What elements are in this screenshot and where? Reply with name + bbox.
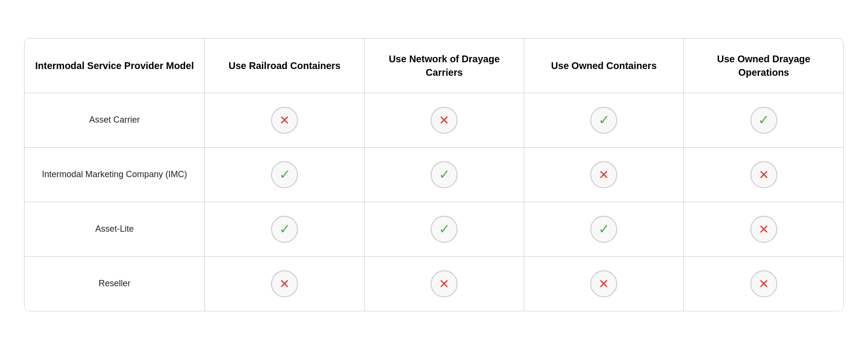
- icon-cell: ✓: [205, 147, 365, 202]
- icon-cell-wrapper: ✕: [693, 216, 834, 243]
- checkmark-symbol: ✓: [439, 168, 450, 181]
- cross-icon: ✕: [590, 270, 617, 297]
- header-railroad-text: Use Railroad Containers: [229, 60, 340, 71]
- icon-cell-wrapper: ✓: [215, 216, 354, 243]
- table-row: Asset Carrier✕✕✓✓: [25, 93, 843, 147]
- cross-symbol: ✕: [279, 114, 290, 126]
- cross-symbol: ✕: [759, 223, 769, 236]
- icon-cell: ✕: [205, 93, 365, 147]
- icon-cell: ✕: [684, 202, 843, 256]
- icon-cell-wrapper: ✕: [693, 161, 834, 188]
- icon-cell-wrapper: ✓: [534, 107, 674, 134]
- cross-icon: ✕: [271, 270, 298, 297]
- check-icon: ✓: [590, 216, 617, 243]
- icon-cell: ✕: [524, 147, 684, 202]
- icon-cell-wrapper: ✕: [693, 270, 834, 297]
- check-icon: ✓: [750, 107, 777, 134]
- header-network-drayage: Use Network of Drayage Carriers: [365, 39, 524, 93]
- checkmark-symbol: ✓: [598, 223, 610, 236]
- checkmark-symbol: ✓: [279, 223, 290, 236]
- icon-cell-wrapper: ✕: [215, 107, 354, 134]
- header-railroad-containers: Use Railroad Containers: [205, 39, 365, 93]
- check-icon: ✓: [431, 161, 458, 188]
- check-icon: ✓: [271, 216, 298, 243]
- header-owned-drayage-text: Use Owned Drayage Operations: [717, 54, 810, 78]
- cross-symbol: ✕: [759, 278, 769, 290]
- icon-cell-wrapper: ✕: [534, 270, 674, 297]
- cross-symbol: ✕: [439, 278, 449, 290]
- cross-symbol: ✕: [598, 168, 609, 181]
- icon-cell: ✓: [684, 93, 843, 147]
- cross-icon: ✕: [431, 107, 458, 134]
- table-row: Reseller✕✕✕✕: [25, 256, 843, 311]
- cross-icon: ✕: [590, 161, 617, 188]
- icon-cell-wrapper: ✓: [693, 107, 834, 134]
- header-owned-containers: Use Owned Containers: [524, 39, 684, 93]
- check-icon: ✓: [590, 107, 617, 134]
- comparison-table: Intermodal Service Provider Model Use Ra…: [24, 38, 844, 311]
- cross-icon: ✕: [750, 161, 777, 188]
- icon-cell-wrapper: ✓: [374, 161, 514, 188]
- cross-icon: ✕: [750, 216, 777, 243]
- cross-symbol: ✕: [439, 114, 449, 126]
- checkmark-symbol: ✓: [279, 168, 290, 181]
- header-model: Intermodal Service Provider Model: [25, 39, 205, 93]
- cross-icon: ✕: [431, 270, 458, 297]
- icon-cell: ✕: [524, 256, 684, 311]
- icon-cell-wrapper: ✕: [374, 270, 514, 297]
- row-label: Asset-Lite: [25, 202, 205, 256]
- icon-cell: ✓: [205, 202, 365, 256]
- row-label: Reseller: [25, 256, 205, 311]
- icon-cell: ✓: [365, 147, 524, 202]
- table-row: Asset-Lite✓✓✓✕: [25, 202, 843, 256]
- checkmark-symbol: ✓: [439, 223, 450, 236]
- icon-cell-wrapper: ✓: [215, 161, 354, 188]
- check-icon: ✓: [431, 216, 458, 243]
- cross-symbol: ✕: [759, 168, 769, 181]
- icon-cell: ✓: [524, 93, 684, 147]
- icon-cell: ✕: [365, 256, 524, 311]
- cross-symbol: ✕: [598, 278, 609, 290]
- icon-cell-wrapper: ✕: [374, 107, 514, 134]
- header-network-text: Use Network of Drayage Carriers: [389, 54, 500, 78]
- icon-cell: ✕: [365, 93, 524, 147]
- icon-cell-wrapper: ✕: [534, 161, 674, 188]
- checkmark-symbol: ✓: [758, 113, 769, 127]
- icon-cell-wrapper: ✕: [215, 270, 354, 297]
- header-owned-drayage: Use Owned Drayage Operations: [684, 39, 843, 93]
- icon-cell: ✕: [205, 256, 365, 311]
- icon-cell: ✕: [684, 147, 843, 202]
- icon-cell: ✓: [524, 202, 684, 256]
- header-model-text: Intermodal Service Provider Model: [35, 60, 194, 71]
- table-row: Intermodal Marketing Company (IMC)✓✓✕✕: [25, 147, 843, 202]
- header-owned-containers-text: Use Owned Containers: [551, 60, 657, 71]
- icon-cell-wrapper: ✓: [374, 216, 514, 243]
- icon-cell: ✓: [365, 202, 524, 256]
- icon-cell: ✕: [684, 256, 843, 311]
- row-label: Intermodal Marketing Company (IMC): [25, 147, 205, 202]
- check-icon: ✓: [271, 161, 298, 188]
- cross-icon: ✕: [271, 107, 298, 134]
- cross-symbol: ✕: [279, 278, 290, 290]
- row-label: Asset Carrier: [25, 93, 205, 147]
- cross-icon: ✕: [750, 270, 777, 297]
- checkmark-symbol: ✓: [598, 113, 610, 127]
- icon-cell-wrapper: ✓: [534, 216, 674, 243]
